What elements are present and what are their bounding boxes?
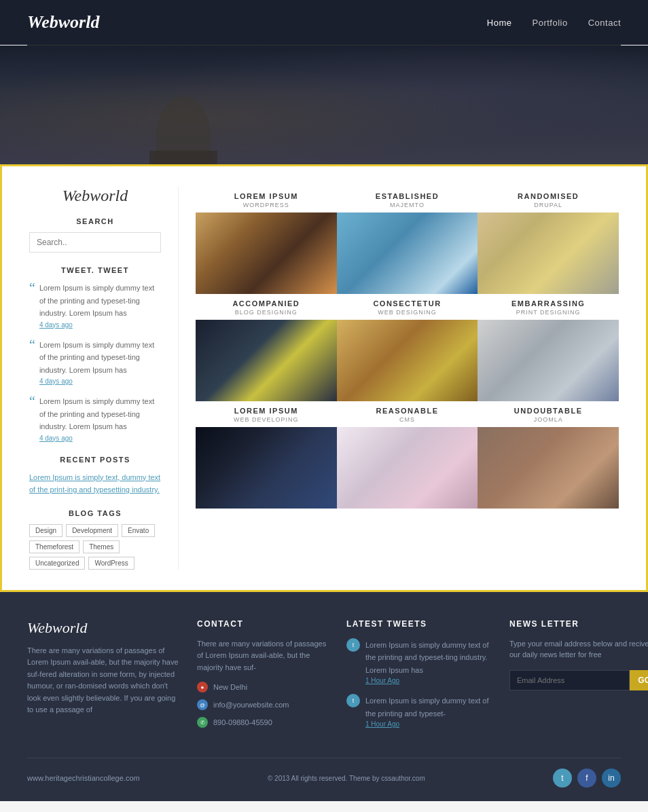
footer-tweet-1-time[interactable]: 1 Hour Ago	[365, 677, 496, 684]
footer-tweet-2-time[interactable]: 1 Hour Ago	[365, 720, 496, 728]
portfolio-section: LOREM IPSUM WORDPRESS ESTABLISHED MAJEMT…	[179, 187, 619, 570]
portfolio-grid: LOREM IPSUM WORDPRESS ESTABLISHED MAJEMT…	[196, 187, 619, 509]
tag-item[interactable]: Development	[66, 524, 118, 537]
tag-item[interactable]: Design	[29, 524, 62, 537]
social-facebook-icon[interactable]: f	[577, 769, 596, 788]
main-nav: Home Portfolio Contact	[487, 18, 621, 28]
tweet-quote-icon: “	[29, 281, 35, 329]
portfolio-item-title: LOREM IPSUM	[196, 407, 337, 415]
search-input[interactable]	[29, 232, 161, 253]
hero-dome-decoration	[136, 83, 231, 164]
footer-tweet-2: t Lorem Ipsum is simply dummy text of th…	[346, 694, 496, 728]
portfolio-item-title: UNDOUBTABLE	[478, 407, 619, 415]
portfolio-item-1[interactable]: LOREM IPSUM WORDPRESS	[196, 187, 337, 294]
portfolio-item-8[interactable]: REASONABLE CMS	[337, 401, 478, 509]
portfolio-item-title: EMBARRASSING	[478, 299, 619, 308]
newsletter-description: Type your email address below and recive…	[509, 638, 648, 661]
nav-contact[interactable]: Contact	[588, 18, 621, 28]
portfolio-item-7[interactable]: LOREM IPSUM WEB DEVELOPING	[196, 401, 337, 509]
portfolio-item-subtitle: WORDPRESS	[196, 202, 337, 208]
search-section-title: SEARCH	[29, 217, 161, 225]
tag-item[interactable]: Themes	[83, 540, 120, 553]
portfolio-image	[337, 213, 478, 294]
tweet-3-time[interactable]: 4 days ago	[39, 435, 161, 442]
social-icons: t f in	[553, 769, 621, 788]
tweet-quote-icon-2: “	[29, 338, 35, 386]
tag-item[interactable]: Uncategorized	[29, 557, 85, 570]
contact-city: New Delhi	[213, 683, 247, 691]
twitter-bird-icon-2: t	[346, 694, 360, 707]
hero-background	[0, 45, 648, 164]
nav-portfolio[interactable]: Portfolio	[532, 18, 567, 28]
recent-post-link[interactable]: Lorem Ipsum is simply text, dummy text o…	[29, 473, 160, 494]
portfolio-item-title: REASONABLE	[337, 407, 478, 415]
footer-tweets-title: LATEST TWEETS	[346, 619, 496, 629]
twitter-bird-icon: t	[346, 638, 360, 652]
contact-phone-item: ✆ 890-09880-45590	[197, 717, 333, 728]
portfolio-item-subtitle: MAJEMTO	[337, 202, 478, 208]
nav-home[interactable]: Home	[487, 18, 512, 28]
portfolio-item-9[interactable]: UNDOUBTABLE JOOMLA	[478, 401, 619, 509]
tweet-2: “ Lorem Ipsum is simply dummy text of th…	[29, 338, 161, 386]
portfolio-item-subtitle: BLOG DESIGNING	[196, 309, 337, 316]
tweet-3: “ Lorem Ipsum is simply dummy text of th…	[29, 394, 161, 442]
footer-copyright: © 2013 All rights reserved. Theme by css…	[268, 775, 425, 782]
tweet-1-text: Lorem Ipsum is simply dummy text of the …	[39, 284, 154, 317]
footer-contact-title: CONTACT	[197, 619, 333, 629]
main-content: Webworld SEARCH TWEET. TWEET “ Lorem Ips…	[0, 164, 648, 592]
blog-tags-title: BLOG TAGS	[29, 509, 161, 517]
portfolio-item-2[interactable]: ESTABLISHED MAJEMTO	[337, 187, 478, 294]
footer-tweet-1: t Lorem Ipsum is simply dummy text of th…	[346, 638, 496, 685]
footer-description: There are many variations of passages of…	[27, 645, 183, 717]
tag-item[interactable]: Themeforest	[29, 540, 79, 553]
portfolio-image	[196, 427, 337, 509]
footer-contact-desc: There are many variations of passages of…	[197, 638, 333, 674]
sidebar-logo: Webworld	[29, 187, 161, 205]
portfolio-item-subtitle: DRUPAL	[478, 202, 619, 208]
phone-icon: ✆	[197, 717, 208, 728]
portfolio-item-subtitle: JOOMLA	[478, 416, 619, 423]
contact-city-item: ● New Delhi	[197, 682, 333, 693]
newsletter-submit-button[interactable]: GO	[630, 670, 648, 690]
social-twitter-icon[interactable]: t	[553, 769, 572, 788]
sidebar: Webworld SEARCH TWEET. TWEET “ Lorem Ips…	[29, 187, 179, 570]
social-linkedin-icon[interactable]: in	[602, 769, 621, 788]
recent-posts-title: RECENT POSTS	[29, 456, 161, 464]
portfolio-image	[337, 320, 478, 401]
portfolio-image	[478, 427, 619, 509]
portfolio-item-subtitle: WEB DEVELOPING	[196, 416, 337, 423]
portfolio-item-title: LOREM IPSUM	[196, 192, 337, 200]
header-logo: Webworld	[27, 12, 99, 33]
recent-posts-section: RECENT POSTS Lorem Ipsum is simply text,…	[29, 456, 161, 496]
contact-email-item: @ info@yourwebsite.com	[197, 699, 333, 710]
portfolio-image	[478, 320, 619, 401]
footer-contact: CONTACT There are many variations of pas…	[197, 619, 333, 738]
tweet-quote-icon-3: “	[29, 394, 35, 442]
portfolio-item-3[interactable]: RANDOMISED DRUPAL	[478, 187, 619, 294]
portfolio-item-title: RANDOMISED	[478, 192, 619, 200]
portfolio-item-title: ESTABLISHED	[337, 192, 478, 200]
portfolio-item-6[interactable]: EMBARRASSING PRINT DESIGNING	[478, 294, 619, 401]
blog-tags-section: BLOG TAGS DesignDevelopmentEnvatoThemefo…	[29, 509, 161, 570]
location-icon: ●	[197, 682, 208, 693]
footer-tweets: LATEST TWEETS t Lorem Ipsum is simply du…	[346, 619, 496, 738]
portfolio-image	[196, 320, 337, 401]
site-header: Webworld Home Portfolio Contact	[0, 0, 648, 45]
portfolio-item-subtitle: WEB DESIGNING	[337, 309, 478, 316]
newsletter-title: NEWS LETTER	[509, 619, 648, 629]
footer-tweet-2-text: Lorem Ipsum is simply dummy text of the …	[365, 697, 489, 718]
tweets-section: TWEET. TWEET “ Lorem Ipsum is simply dum…	[29, 266, 161, 442]
tweet-1-time[interactable]: 4 days ago	[39, 321, 161, 329]
footer-about: Webworld There are many variations of pa…	[27, 619, 183, 738]
tag-item[interactable]: Envato	[122, 524, 155, 537]
tweet-2-time[interactable]: 4 days ago	[39, 377, 161, 385]
footer-bottom: www.heritagechristiancollege.com © 2013 …	[27, 758, 621, 788]
newsletter-email-input[interactable]	[509, 670, 630, 690]
tag-cloud: DesignDevelopmentEnvatoThemeforestThemes…	[29, 524, 161, 570]
site-footer: Webworld There are many variations of pa…	[0, 592, 648, 802]
tag-item[interactable]: WordPress	[88, 557, 134, 570]
portfolio-item-4[interactable]: ACCOMPANIED BLOG DESIGNING	[196, 294, 337, 401]
portfolio-item-subtitle: CMS	[337, 416, 478, 423]
portfolio-item-5[interactable]: CONSECTETUR WEB DESIGNING	[337, 294, 478, 401]
portfolio-item-subtitle: PRINT DESIGNING	[478, 309, 619, 316]
